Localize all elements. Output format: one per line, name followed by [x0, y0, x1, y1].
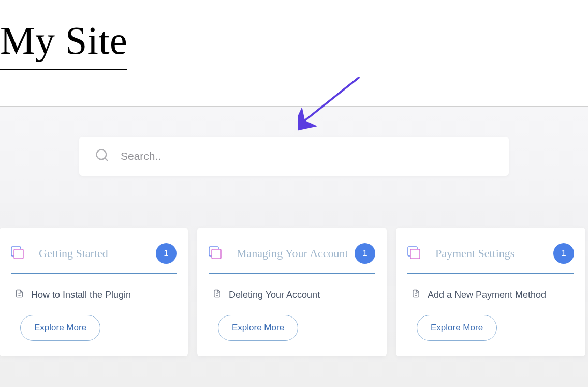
card-managing-account: Managing Your Account 1 Deleting Your Ac…: [197, 228, 387, 356]
search-input[interactable]: [121, 150, 493, 162]
article-link[interactable]: Add a New Payment Method: [411, 289, 574, 300]
category-icon: [406, 245, 421, 262]
card-header: Managing Your Account 1: [209, 243, 375, 274]
document-icon: [213, 289, 222, 300]
card-body: How to Install the Plugin Explore More: [11, 274, 177, 341]
count-badge: 1: [553, 243, 574, 264]
svg-line-1: [105, 158, 107, 160]
card-body: Deleting Your Account Explore More: [209, 274, 375, 341]
card-title: Payment Settings: [435, 247, 553, 260]
header: My Site: [0, 0, 588, 70]
article-title: Add a New Payment Method: [428, 290, 546, 300]
article-link[interactable]: How to Install the Plugin: [15, 289, 177, 300]
svg-rect-11: [410, 249, 420, 259]
document-icon: [411, 289, 420, 300]
explore-more-button[interactable]: Explore More: [20, 315, 100, 341]
card-title: Getting Started: [39, 247, 156, 260]
explore-more-button[interactable]: Explore More: [417, 315, 497, 341]
search-icon: [95, 148, 109, 164]
category-icon: [10, 245, 24, 262]
category-icon: [208, 245, 222, 262]
card-payment-settings: Payment Settings 1 Add a New Payment Met…: [396, 228, 585, 356]
search-box[interactable]: [79, 137, 509, 176]
article-title: How to Install the Plugin: [31, 290, 131, 300]
svg-rect-7: [212, 249, 221, 259]
card-header: Payment Settings 1: [407, 243, 574, 274]
document-icon: [15, 289, 24, 300]
card-body: Add a New Payment Method Explore More: [407, 274, 574, 341]
card-title: Managing Your Account: [237, 247, 355, 260]
count-badge: 1: [156, 243, 177, 264]
site-title[interactable]: My Site: [0, 0, 127, 70]
card-header: Getting Started 1: [11, 243, 177, 274]
search-section: [0, 107, 588, 203]
article-title: Deleting Your Account: [229, 290, 320, 300]
count-badge: 1: [355, 243, 375, 264]
explore-more-button[interactable]: Explore More: [218, 315, 298, 341]
card-getting-started: Getting Started 1 How to Install the Plu…: [0, 228, 188, 356]
cards-grid: Getting Started 1 How to Install the Plu…: [0, 203, 588, 387]
article-link[interactable]: Deleting Your Account: [213, 289, 375, 300]
svg-rect-3: [14, 249, 23, 259]
